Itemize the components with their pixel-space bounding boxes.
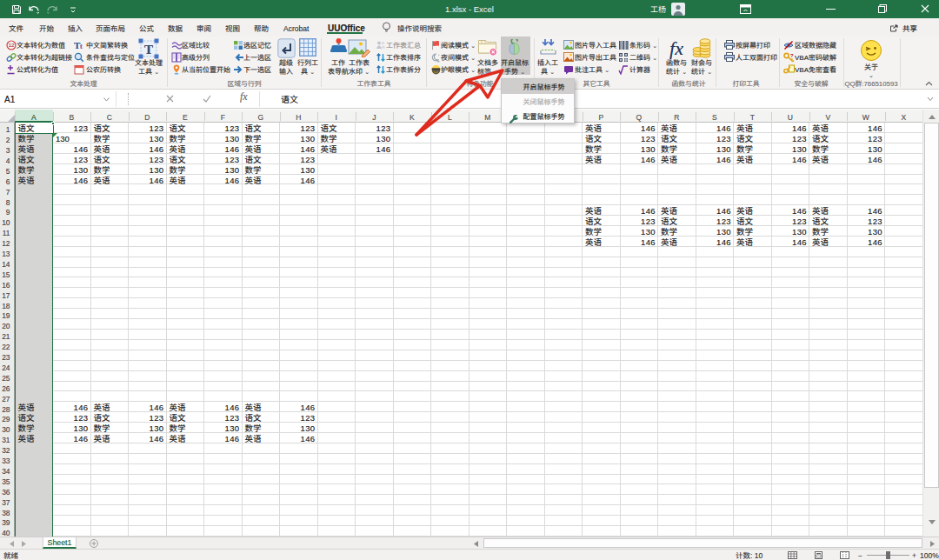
- svg-text:12: 12: [9, 43, 15, 48]
- svg-text:?: ?: [790, 53, 794, 58]
- svg-text:fx: fx: [669, 38, 683, 59]
- svg-text:T: T: [144, 43, 153, 57]
- svg-text:t: t: [80, 43, 83, 50]
